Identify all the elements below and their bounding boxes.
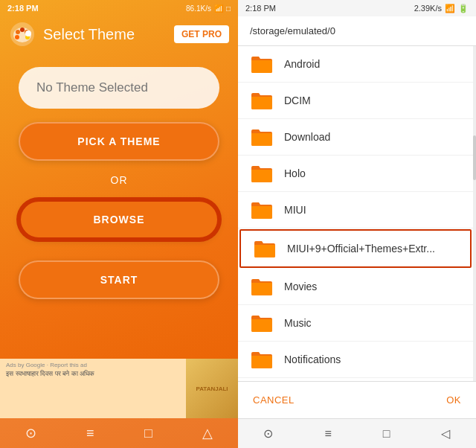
folder-icon [250, 163, 274, 184]
left-panel: 2:18 PM 86.1K/s 📶 □ Select Theme GET PRO [0, 0, 238, 448]
file-list: Android DCIM Download [238, 46, 473, 381]
folder-icon [250, 349, 274, 370]
folder-name-miui-official: MIUI+9+Official+Themes+Extr... [287, 243, 458, 255]
folder-icon [250, 199, 274, 220]
ad-body: इस स्वभाषाहार दिवस पर बने का अधिक [6, 370, 180, 378]
theme-search-input[interactable] [19, 67, 219, 109]
or-label: OR [111, 174, 128, 186]
folder-notifications[interactable]: Notifications [238, 342, 473, 378]
folder-music[interactable]: Music [238, 305, 473, 342]
left-nav-square[interactable]: □ [144, 426, 152, 441]
folder-name-download: Download [284, 131, 461, 143]
folder-icon-selected [253, 238, 277, 259]
folder-movies[interactable]: Movies [238, 269, 473, 305]
ad-label: Ads by Google · Report this ad [6, 362, 180, 368]
pick-theme-button[interactable]: PICK A THEME [19, 122, 219, 161]
folder-icon [250, 313, 274, 333]
right-nav-menu[interactable]: ≡ [324, 427, 331, 441]
get-pro-button[interactable]: GET PRO [174, 25, 229, 43]
folder-icon [250, 276, 274, 297]
right-panel: 2:18 PM 2.39K/s 📶 🔋 /storage/emulated/0 … [238, 0, 476, 448]
palette-icon [9, 21, 36, 48]
ad-banner-content: Ads by Google · Report this ad इस स्वभाष… [0, 359, 238, 418]
top-bar-left: Select Theme [9, 21, 135, 48]
right-nav-back[interactable]: ◁ [441, 426, 450, 441]
left-nav-home[interactable]: ⊙ [25, 425, 36, 441]
network-speed: 86.1K/s [186, 4, 211, 13]
path-header: /storage/emulated/0 [238, 16, 476, 46]
right-network-speed: 2.39K/s [414, 4, 442, 13]
folder-name-android: Android [284, 58, 461, 70]
svg-point-2 [16, 30, 20, 34]
folder-miui[interactable]: MIUI [238, 192, 473, 228]
right-status-icons: 2.39K/s 📶 🔋 [414, 4, 469, 13]
current-path: /storage/emulated/0 [250, 25, 335, 36]
right-bottom-nav: ⊙ ≡ □ ◁ [238, 418, 476, 448]
folder-android[interactable]: Android [238, 46, 473, 83]
folder-name-miui: MIUI [284, 204, 461, 216]
right-time: 2:18 PM [245, 4, 276, 13]
ad-brand-label: PATANJALI [196, 385, 228, 392]
folder-icon [250, 90, 274, 111]
left-bottom-nav: ⊙ ≡ □ △ [0, 418, 238, 448]
folder-miui-official[interactable]: MIUI+9+Official+Themes+Extr... [239, 229, 472, 268]
start-button[interactable]: START [19, 260, 219, 299]
ad-text: Ads by Google · Report this ad इस स्वभाष… [0, 359, 186, 418]
folder-name-movies: Movies [284, 281, 461, 292]
folder-name-music: Music [284, 317, 461, 329]
folder-name-dcim: DCIM [284, 95, 461, 106]
right-nav-home[interactable]: ⊙ [263, 426, 273, 441]
ok-button[interactable]: OK [446, 394, 461, 406]
folder-name-holo: Holo [284, 167, 461, 179]
scrollbar-thumb[interactable] [473, 135, 476, 180]
wifi-icon: 📶 [214, 4, 223, 13]
left-status-icons: 86.1K/s 📶 □ [186, 4, 231, 13]
right-status-bar: 2:18 PM 2.39K/s 📶 🔋 [238, 0, 476, 16]
file-list-container: Android DCIM Download [238, 46, 476, 381]
battery-icon: □ [226, 4, 231, 13]
folder-icon [250, 54, 274, 74]
folder-download[interactable]: Download [238, 119, 473, 156]
left-status-bar: 2:18 PM 86.1K/s 📶 □ [0, 0, 238, 16]
ad-image: PATANJALI [186, 359, 238, 418]
left-nav-menu[interactable]: ≡ [86, 426, 94, 441]
scrollbar-track [473, 46, 476, 381]
right-nav-square[interactable]: □ [383, 427, 390, 441]
folder-icon [250, 127, 274, 147]
cancel-button[interactable]: CANCEL [253, 394, 295, 406]
svg-point-7 [25, 31, 31, 36]
right-battery-icon: 🔋 [458, 4, 469, 13]
folder-dcim[interactable]: DCIM [238, 83, 473, 119]
folder-holo[interactable]: Holo [238, 156, 473, 192]
svg-point-3 [20, 28, 25, 32]
app-title: Select Theme [43, 26, 135, 43]
left-time: 2:18 PM [7, 4, 39, 13]
dialog-bottom-buttons: CANCEL OK [238, 381, 476, 418]
svg-point-6 [15, 35, 19, 39]
left-nav-back[interactable]: △ [202, 425, 213, 441]
folder-name-notifications: Notifications [284, 353, 461, 365]
top-bar: Select Theme GET PRO [0, 16, 238, 52]
right-wifi-icon: 📶 [445, 4, 455, 13]
ad-banner: Ads by Google · Report this ad इस स्वभाष… [0, 359, 238, 418]
browse-button[interactable]: BROWSE [19, 199, 219, 240]
